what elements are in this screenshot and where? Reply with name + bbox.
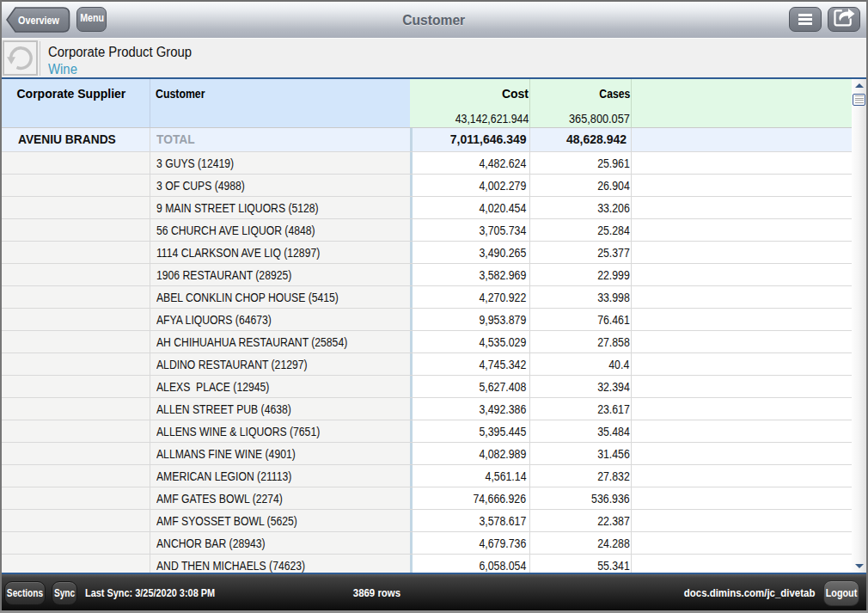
svg-text:Overview: Overview [18,13,59,26]
